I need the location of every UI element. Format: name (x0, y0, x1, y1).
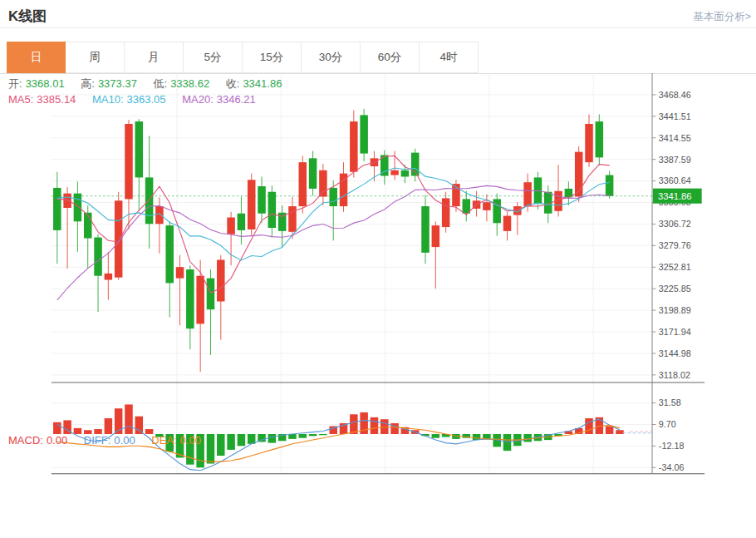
macd-bar (309, 434, 317, 436)
candle (432, 225, 440, 247)
macd-tick-label: 31.58 (659, 397, 681, 407)
ma20-value: 3346.21 (217, 93, 256, 106)
ma10-value: 3363.05 (127, 93, 166, 106)
open-label: 开: (8, 77, 22, 90)
price-tick-label: 3279.76 (659, 240, 691, 250)
macd-tick-label: -12.18 (659, 441, 685, 451)
candle (196, 276, 204, 324)
tab-周[interactable]: 周 (66, 42, 125, 73)
candle (288, 206, 297, 232)
high-value: 3373.37 (98, 77, 137, 90)
current-price-badge: 3341.86 (653, 189, 702, 204)
tab-日[interactable]: 日 (7, 42, 66, 73)
macd-bar (74, 428, 82, 434)
candle (94, 238, 102, 276)
fundamental-analysis-link[interactable]: 基本面分析> (693, 10, 751, 24)
macd-tick-label: -34.06 (659, 462, 685, 472)
price-tick-label: 3118.02 (659, 370, 690, 380)
diff-label: DIFF: (84, 434, 111, 447)
macd-bar (606, 427, 614, 434)
candle (258, 186, 266, 214)
candle (125, 124, 133, 199)
macd-bar (105, 418, 113, 434)
price-tick-label: 3225.85 (659, 284, 691, 294)
candle (483, 202, 491, 210)
macd-bar (135, 417, 144, 434)
diff-value: 0.00 (114, 434, 135, 447)
candle (227, 218, 235, 234)
macd-bar (319, 434, 327, 435)
close-value: 3341.86 (243, 77, 282, 90)
macd-bar (227, 434, 235, 450)
candle (360, 115, 368, 153)
candle (350, 121, 358, 172)
macd-bar (238, 434, 246, 446)
macd-bar (483, 434, 491, 439)
ma10-label: MA10: (92, 93, 124, 106)
low-value: 3338.62 (170, 77, 209, 90)
candle (165, 225, 174, 283)
macd-bar (616, 430, 624, 434)
candle (217, 259, 225, 301)
macd-bar (380, 419, 389, 434)
candle (155, 206, 164, 224)
price-tick-label: 3144.98 (659, 348, 691, 358)
price-tick-label: 3198.89 (659, 305, 691, 315)
candle (84, 213, 92, 239)
macd-bar (503, 434, 512, 451)
candle (74, 194, 82, 222)
macd-bar (432, 434, 440, 438)
price-tick-label: 3171.94 (659, 327, 691, 337)
chart-area[interactable]: 3468.463441.513414.553387.593360.643333.… (0, 73, 756, 538)
price-tick-label: 3468.46 (659, 90, 691, 100)
candle (411, 153, 420, 176)
candle (493, 199, 501, 223)
candle (575, 152, 583, 197)
macd-bar (299, 434, 307, 438)
candle (105, 274, 113, 280)
price-tick-label: 3360.64 (659, 175, 691, 185)
ma-legend: MA5:3385.14 MA10:3363.05 MA20:3346.21 (8, 93, 259, 106)
macd-legend: MACD:0.00 DIFF:0.00 DEA:0.00 (8, 434, 204, 447)
candle (268, 192, 277, 228)
macd-bar (217, 434, 225, 456)
tab-30分[interactable]: 30分 (302, 42, 361, 73)
open-value: 3368.01 (26, 77, 65, 90)
dea-value: 0.00 (180, 434, 201, 447)
candle (309, 158, 317, 189)
ma5-label: MA5: (8, 93, 33, 106)
candle (442, 198, 450, 227)
tab-60分[interactable]: 60分 (361, 42, 420, 73)
kline-page: K线图 基本面分析> 日周月5分15分30分60分4时 3468.463441.… (0, 0, 756, 538)
tab-15分[interactable]: 15分 (243, 42, 302, 73)
period-tabbar: 日周月5分15分30分60分4时 (7, 42, 479, 73)
macd-axis-labels: 31.589.70-12.18-34.06 (652, 397, 684, 472)
macd-bar (371, 417, 379, 434)
tab-月[interactable]: 月 (125, 42, 184, 73)
candle (53, 188, 61, 230)
ohlc-legend: 开:3368.01 高:3373.37 低:3338.62 收:3341.86 (8, 77, 285, 91)
macd-label: MACD: (8, 434, 43, 447)
title-divider (0, 27, 756, 28)
candle (503, 216, 512, 231)
candle (319, 170, 327, 197)
candle (606, 175, 614, 196)
tab-4时[interactable]: 4时 (420, 42, 479, 73)
tab-5分[interactable]: 5分 (184, 42, 243, 73)
candle (135, 121, 144, 177)
ma5-value: 3385.14 (37, 93, 76, 106)
candle (299, 162, 307, 206)
candle (186, 269, 194, 328)
price-tick-label: 3414.55 (659, 133, 691, 143)
candle (238, 214, 246, 230)
candle (596, 121, 604, 157)
candle (176, 267, 184, 278)
candle (63, 194, 71, 208)
macd-bar (125, 404, 133, 434)
candle (523, 182, 532, 206)
current-price-badge-text: 3341.86 (658, 191, 692, 201)
kline-chart-canvas[interactable]: 3468.463441.513414.553387.593360.643333.… (0, 73, 756, 538)
price-tick-label: 3441.51 (659, 111, 691, 121)
candle (145, 177, 154, 224)
candle (207, 279, 215, 310)
